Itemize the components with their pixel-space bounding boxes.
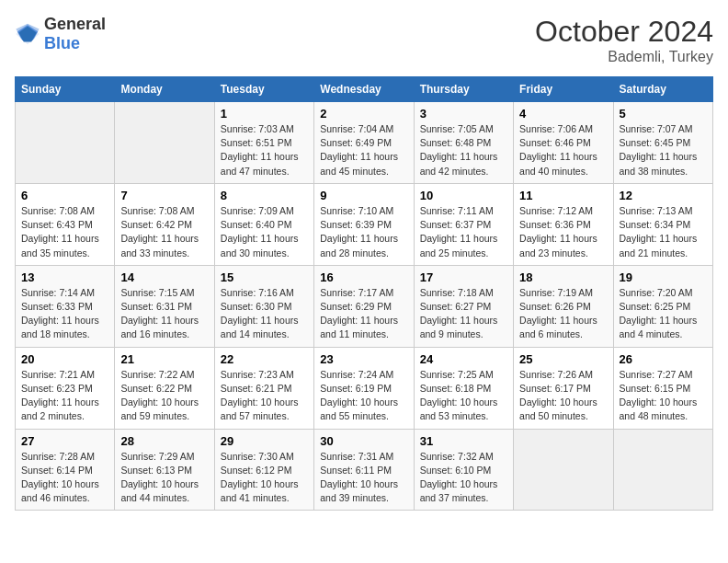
calendar-cell: 11Sunrise: 7:12 AMSunset: 6:36 PMDayligh… [514, 183, 613, 265]
logo-wordmark: General Blue [44, 15, 106, 53]
day-number: 15 [221, 270, 308, 284]
day-info: Sunrise: 7:03 AMSunset: 6:51 PMDaylight:… [221, 122, 308, 178]
day-info: Sunrise: 7:11 AMSunset: 6:37 PMDaylight:… [420, 204, 507, 260]
calendar-cell [613, 429, 712, 511]
logo-general-text: General [44, 15, 106, 33]
day-number: 23 [320, 352, 407, 366]
day-number: 10 [420, 189, 507, 202]
calendar-cell: 10Sunrise: 7:11 AMSunset: 6:37 PMDayligh… [414, 183, 513, 265]
calendar-cell: 8Sunrise: 7:09 AMSunset: 6:40 PMDaylight… [214, 183, 313, 265]
day-info: Sunrise: 7:22 AMSunset: 6:22 PMDaylight:… [120, 368, 208, 424]
day-number: 3 [420, 107, 507, 121]
day-info: Sunrise: 7:16 AMSunset: 6:30 PMDaylight:… [221, 286, 308, 342]
day-number: 20 [21, 352, 108, 366]
day-info: Sunrise: 7:23 AMSunset: 6:21 PMDaylight:… [221, 368, 308, 424]
day-info: Sunrise: 7:09 AMSunset: 6:40 PMDaylight:… [221, 204, 308, 260]
day-info: Sunrise: 7:14 AMSunset: 6:33 PMDaylight:… [21, 286, 108, 342]
page-header: General Blue October 2024 Bademli, Turke… [15, 15, 713, 65]
day-info: Sunrise: 7:24 AMSunset: 6:19 PMDaylight:… [320, 368, 407, 424]
day-info: Sunrise: 7:04 AMSunset: 6:49 PMDaylight:… [320, 122, 407, 178]
calendar-cell: 23Sunrise: 7:24 AMSunset: 6:19 PMDayligh… [314, 347, 414, 429]
title-block: October 2024 Bademli, Turkey [535, 15, 713, 65]
day-info: Sunrise: 7:20 AMSunset: 6:25 PMDaylight:… [620, 286, 707, 342]
day-info: Sunrise: 7:19 AMSunset: 6:26 PMDaylight:… [519, 286, 607, 342]
calendar-cell: 26Sunrise: 7:27 AMSunset: 6:15 PMDayligh… [613, 347, 712, 429]
calendar-cell: 13Sunrise: 7:14 AMSunset: 6:33 PMDayligh… [16, 265, 115, 347]
calendar-cell: 1Sunrise: 7:03 AMSunset: 6:51 PMDaylight… [214, 102, 313, 184]
day-number: 1 [221, 107, 308, 121]
day-info: Sunrise: 7:08 AMSunset: 6:42 PMDaylight:… [120, 204, 208, 260]
calendar-cell: 17Sunrise: 7:18 AMSunset: 6:27 PMDayligh… [414, 265, 513, 347]
day-number: 14 [120, 270, 208, 284]
day-number: 8 [221, 189, 308, 202]
day-info: Sunrise: 7:17 AMSunset: 6:29 PMDaylight:… [320, 286, 407, 342]
day-number: 29 [221, 434, 308, 448]
day-info: Sunrise: 7:15 AMSunset: 6:31 PMDaylight:… [120, 286, 208, 342]
day-number: 5 [620, 107, 707, 121]
calendar-week-row: 20Sunrise: 7:21 AMSunset: 6:23 PMDayligh… [16, 347, 713, 429]
day-info: Sunrise: 7:31 AMSunset: 6:11 PMDaylight:… [320, 450, 407, 506]
weekday-header: Wednesday [314, 77, 414, 102]
day-number: 17 [420, 270, 507, 284]
day-info: Sunrise: 7:06 AMSunset: 6:46 PMDaylight:… [519, 122, 607, 178]
day-info: Sunrise: 7:05 AMSunset: 6:48 PMDaylight:… [420, 122, 507, 178]
calendar-cell [115, 102, 214, 184]
calendar-week-row: 6Sunrise: 7:08 AMSunset: 6:43 PMDaylight… [16, 183, 713, 265]
calendar-cell: 15Sunrise: 7:16 AMSunset: 6:30 PMDayligh… [214, 265, 313, 347]
day-info: Sunrise: 7:21 AMSunset: 6:23 PMDaylight:… [21, 368, 108, 424]
day-number: 22 [221, 352, 308, 366]
day-number: 31 [420, 434, 507, 448]
day-info: Sunrise: 7:12 AMSunset: 6:36 PMDaylight:… [519, 204, 607, 260]
weekday-header: Tuesday [214, 77, 313, 102]
calendar-cell [16, 102, 115, 184]
weekday-header: Sunday [16, 77, 115, 102]
calendar-cell: 14Sunrise: 7:15 AMSunset: 6:31 PMDayligh… [115, 265, 214, 347]
logo-blue-text: Blue [44, 34, 80, 52]
calendar-cell: 16Sunrise: 7:17 AMSunset: 6:29 PMDayligh… [314, 265, 414, 347]
day-info: Sunrise: 7:07 AMSunset: 6:45 PMDaylight:… [620, 122, 707, 178]
calendar-cell: 28Sunrise: 7:29 AMSunset: 6:13 PMDayligh… [115, 429, 214, 511]
day-number: 21 [120, 352, 208, 366]
day-number: 12 [620, 189, 707, 202]
calendar-cell: 9Sunrise: 7:10 AMSunset: 6:39 PMDaylight… [314, 183, 414, 265]
day-number: 13 [21, 270, 108, 284]
day-number: 7 [120, 189, 208, 202]
day-number: 6 [21, 189, 108, 202]
calendar-cell: 4Sunrise: 7:06 AMSunset: 6:46 PMDaylight… [514, 102, 613, 184]
calendar-week-row: 27Sunrise: 7:28 AMSunset: 6:14 PMDayligh… [16, 429, 713, 511]
calendar-table: SundayMondayTuesdayWednesdayThursdayFrid… [15, 76, 713, 511]
day-number: 19 [620, 270, 707, 284]
weekday-header-row: SundayMondayTuesdayWednesdayThursdayFrid… [16, 77, 713, 102]
day-info: Sunrise: 7:30 AMSunset: 6:12 PMDaylight:… [221, 450, 308, 506]
weekday-header: Friday [514, 77, 613, 102]
day-info: Sunrise: 7:27 AMSunset: 6:15 PMDaylight:… [620, 368, 707, 424]
day-info: Sunrise: 7:13 AMSunset: 6:34 PMDaylight:… [620, 204, 707, 260]
day-number: 25 [519, 352, 607, 366]
calendar-cell: 24Sunrise: 7:25 AMSunset: 6:18 PMDayligh… [414, 347, 513, 429]
calendar-cell [514, 429, 613, 511]
day-number: 18 [519, 270, 607, 284]
day-number: 24 [420, 352, 507, 366]
calendar-cell: 6Sunrise: 7:08 AMSunset: 6:43 PMDaylight… [16, 183, 115, 265]
day-number: 9 [320, 189, 407, 202]
calendar-cell: 21Sunrise: 7:22 AMSunset: 6:22 PMDayligh… [115, 347, 214, 429]
calendar-cell: 30Sunrise: 7:31 AMSunset: 6:11 PMDayligh… [314, 429, 414, 511]
day-info: Sunrise: 7:18 AMSunset: 6:27 PMDaylight:… [420, 286, 507, 342]
logo: General Blue [15, 15, 106, 53]
logo-icon [15, 21, 40, 47]
calendar-cell: 31Sunrise: 7:32 AMSunset: 6:10 PMDayligh… [414, 429, 513, 511]
calendar-week-row: 1Sunrise: 7:03 AMSunset: 6:51 PMDaylight… [16, 102, 713, 184]
day-info: Sunrise: 7:08 AMSunset: 6:43 PMDaylight:… [21, 204, 108, 260]
calendar-cell: 25Sunrise: 7:26 AMSunset: 6:17 PMDayligh… [514, 347, 613, 429]
calendar-cell: 20Sunrise: 7:21 AMSunset: 6:23 PMDayligh… [16, 347, 115, 429]
day-number: 27 [21, 434, 108, 448]
day-info: Sunrise: 7:29 AMSunset: 6:13 PMDaylight:… [120, 450, 208, 506]
location-title: Bademli, Turkey [535, 49, 713, 65]
calendar-cell: 3Sunrise: 7:05 AMSunset: 6:48 PMDaylight… [414, 102, 513, 184]
day-info: Sunrise: 7:10 AMSunset: 6:39 PMDaylight:… [320, 204, 407, 260]
calendar-week-row: 13Sunrise: 7:14 AMSunset: 6:33 PMDayligh… [16, 265, 713, 347]
month-title: October 2024 [535, 15, 713, 49]
day-info: Sunrise: 7:28 AMSunset: 6:14 PMDaylight:… [21, 450, 108, 506]
calendar-cell: 22Sunrise: 7:23 AMSunset: 6:21 PMDayligh… [214, 347, 313, 429]
day-number: 2 [320, 107, 407, 121]
